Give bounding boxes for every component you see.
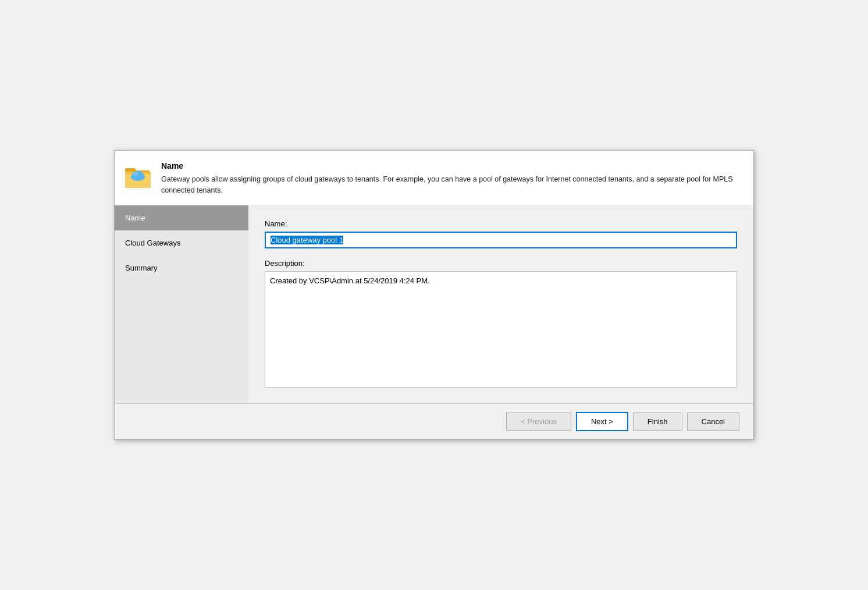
name-label: Name: xyxy=(265,219,737,228)
previous-button[interactable]: < Previous xyxy=(506,413,571,431)
finish-button[interactable]: Finish xyxy=(633,413,682,431)
wizard-body: Name Cloud Gateways Summary Name: Descri… xyxy=(115,205,753,403)
next-button[interactable]: Next > xyxy=(576,412,628,431)
wizard-sidebar: Name Cloud Gateways Summary xyxy=(115,205,248,403)
cancel-button[interactable]: Cancel xyxy=(687,413,739,431)
sidebar-item-name[interactable]: Name xyxy=(115,205,248,230)
sidebar-item-summary[interactable]: Summary xyxy=(115,255,248,280)
name-input[interactable] xyxy=(265,232,737,248)
description-label: Description: xyxy=(265,259,737,268)
wizard-dialog: Name Gateway pools allow assigning group… xyxy=(114,150,754,440)
header-text: Name Gateway pools allow assigning group… xyxy=(161,161,739,196)
svg-point-5 xyxy=(132,175,144,181)
wizard-footer: < Previous Next > Finish Cancel xyxy=(115,403,753,439)
wizard-header: Name Gateway pools allow assigning group… xyxy=(115,151,753,206)
main-content: Name: Description: xyxy=(248,205,753,403)
description-textarea[interactable] xyxy=(265,271,737,388)
svg-point-6 xyxy=(133,172,138,176)
header-description: Gateway pools allow assigning groups of … xyxy=(161,174,739,196)
header-title: Name xyxy=(161,161,739,170)
sidebar-item-cloud-gateways[interactable]: Cloud Gateways xyxy=(115,230,248,255)
cloud-folder-icon xyxy=(124,162,152,190)
